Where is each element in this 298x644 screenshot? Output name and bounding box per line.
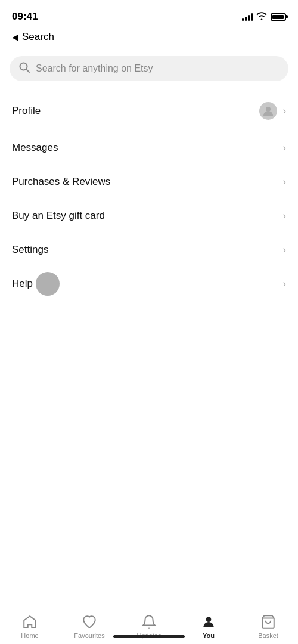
home-icon [22,614,38,630]
gift-card-label: Buy an Etsy gift card [12,210,105,222]
help-label: Help [12,278,33,290]
svg-point-2 [266,107,271,112]
back-arrow-icon: ◀ [12,32,18,42]
home-indicator [113,635,185,638]
chevron-right-icon: › [283,210,286,221]
search-container: Search for anything on Etsy [0,50,298,91]
chevron-right-icon: › [283,244,286,255]
chevron-right-icon: › [283,106,286,116]
back-navigation[interactable]: ◀ Search [0,29,298,50]
tab-you-label: You [203,632,215,639]
svg-line-1 [26,69,29,72]
chevron-right-icon: › [283,143,286,153]
status-bar: 09:41 [0,0,298,29]
svg-point-3 [206,617,212,622]
menu-item-messages[interactable]: Messages › [0,131,298,165]
person-icon [201,614,216,630]
chevron-right-icon: › [283,278,286,289]
back-label: Search [22,31,54,43]
menu-item-profile[interactable]: Profile › [0,91,298,131]
messages-label: Messages [12,142,58,154]
wifi-icon [256,12,267,22]
tab-basket-label: Basket [258,632,278,639]
menu-item-settings[interactable]: Settings › [0,233,298,267]
search-icon [19,62,30,75]
menu-item-gift-card[interactable]: Buy an Etsy gift card › [0,199,298,233]
search-placeholder: Search for anything on Etsy [36,63,153,74]
basket-icon [260,614,276,630]
tab-home[interactable]: Home [0,614,60,639]
help-circle-decoration [36,272,60,296]
tab-home-label: Home [21,632,38,639]
settings-label: Settings [12,244,48,256]
battery-icon [271,13,286,21]
tab-you[interactable]: You [179,614,238,639]
avatar [259,102,277,120]
tab-basket[interactable]: Basket [238,614,298,639]
status-time: 09:41 [12,11,38,23]
menu-item-purchases[interactable]: Purchases & Reviews › [0,165,298,199]
bell-icon [141,614,157,630]
chevron-right-icon: › [283,177,286,187]
menu-list: Profile › Messages › Purchases & Reviews… [0,91,298,644]
menu-item-help[interactable]: Help › [0,267,298,301]
status-icons [242,12,286,22]
profile-label: Profile [12,105,41,117]
purchases-label: Purchases & Reviews [12,176,110,188]
search-bar[interactable]: Search for anything on Etsy [10,56,288,81]
signal-icon [242,13,253,21]
tab-favourites-label: Favourites [74,632,104,639]
tab-favourites[interactable]: Favourites [60,614,119,639]
heart-icon [82,614,97,630]
